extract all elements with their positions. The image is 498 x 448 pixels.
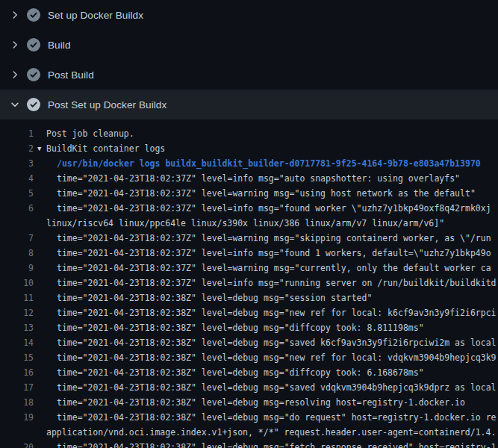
step-label: Post Build xyxy=(48,69,94,81)
line-number[interactable]: 5 xyxy=(0,186,34,201)
command-text: /usr/bin/docker logs buildx_buildkit_bui… xyxy=(57,156,481,171)
check-circle-icon xyxy=(27,8,40,22)
log-content: 1Post job cleanup.2▼BuildKit container l… xyxy=(0,119,498,448)
log-text: time="2021-04-23T18:02:37Z" level=info m… xyxy=(57,246,491,261)
line-number[interactable]: 12 xyxy=(0,305,34,320)
line-number[interactable] xyxy=(0,216,34,231)
log-line: 19time="2021-04-23T18:02:38Z" level=debu… xyxy=(0,410,498,425)
log-line: 5time="2021-04-23T18:02:37Z" level=warni… xyxy=(0,186,498,201)
log-line: 11time="2021-04-23T18:02:38Z" level=debu… xyxy=(0,290,498,305)
log-text: linux/riscv64 linux/ppc64le linux/s390x … xyxy=(46,216,444,231)
log-text: time="2021-04-23T18:02:37Z" level=info m… xyxy=(57,201,491,216)
line-number[interactable]: 20 xyxy=(0,440,34,448)
log-text: time="2021-04-23T18:02:38Z" level=debug … xyxy=(57,410,497,425)
line-number[interactable]: 16 xyxy=(0,365,34,380)
log-text: application/vnd.oci.image.index.v1+json,… xyxy=(46,425,496,440)
line-number[interactable]: 2 xyxy=(0,141,34,156)
line-number[interactable]: 15 xyxy=(0,350,34,365)
log-line: 8time="2021-04-23T18:02:37Z" level=info … xyxy=(0,246,498,261)
line-number[interactable]: 19 xyxy=(0,410,34,425)
chevron-right-icon[interactable] xyxy=(9,69,21,81)
actions-log-viewer: Set up Docker Buildx Build Post Build xyxy=(0,0,498,448)
check-circle-icon xyxy=(27,38,40,52)
step-label: Set up Docker Buildx xyxy=(48,10,143,21)
log-text: time="2021-04-23T18:02:38Z" level=debug … xyxy=(57,440,497,448)
check-circle-icon xyxy=(27,98,40,111)
group-expand-triangle-icon[interactable]: ▼ xyxy=(37,141,46,156)
line-number[interactable]: 17 xyxy=(0,380,34,395)
log-line: 1Post job cleanup. xyxy=(0,126,498,141)
log-text: time="2021-04-23T18:02:38Z" level=debug … xyxy=(57,395,465,410)
line-number[interactable]: 8 xyxy=(0,246,34,261)
line-number[interactable]: 1 xyxy=(0,126,34,141)
step-label: Post Set up Docker Buildx xyxy=(48,99,166,111)
log-line: 15time="2021-04-23T18:02:38Z" level=debu… xyxy=(0,350,498,365)
log-text: time="2021-04-23T18:02:38Z" level=debug … xyxy=(57,380,497,395)
line-number[interactable] xyxy=(0,425,34,440)
log-line: 10time="2021-04-23T18:02:37Z" level=info… xyxy=(0,276,498,290)
log-line: 16time="2021-04-23T18:02:38Z" level=debu… xyxy=(0,365,498,380)
log-text: time="2021-04-23T18:02:37Z" level=warnin… xyxy=(57,231,491,246)
log-line: 2▼BuildKit container logs xyxy=(0,141,498,156)
line-number[interactable]: 3 xyxy=(0,156,34,171)
line-number[interactable]: 7 xyxy=(0,231,34,246)
line-number[interactable]: 4 xyxy=(0,171,34,186)
log-line: 3/usr/bin/docker logs buildx_buildkit_bu… xyxy=(0,156,498,171)
check-circle-icon xyxy=(27,68,40,81)
line-number[interactable]: 10 xyxy=(0,276,34,290)
log-line: 17time="2021-04-23T18:02:38Z" level=debu… xyxy=(0,380,498,395)
log-line: linux/riscv64 linux/ppc64le linux/s390x … xyxy=(0,216,498,231)
line-number[interactable]: 11 xyxy=(0,290,34,305)
line-number[interactable]: 14 xyxy=(0,335,34,350)
log-line: 14time="2021-04-23T18:02:38Z" level=debu… xyxy=(0,335,498,350)
log-line: 4time="2021-04-23T18:02:37Z" level=info … xyxy=(0,171,498,186)
log-line: application/vnd.oci.image.index.v1+json,… xyxy=(0,425,498,440)
chevron-right-icon[interactable] xyxy=(9,39,21,51)
step-row-post-build[interactable]: Post Build xyxy=(0,60,498,90)
log-line: 6time="2021-04-23T18:02:37Z" level=info … xyxy=(0,201,498,216)
line-number[interactable]: 18 xyxy=(0,395,34,410)
log-line: 12time="2021-04-23T18:02:38Z" level=debu… xyxy=(0,305,498,320)
log-text: time="2021-04-23T18:02:37Z" level=info m… xyxy=(57,276,497,290)
log-text: time="2021-04-23T18:02:38Z" level=debug … xyxy=(57,305,497,320)
step-row-set-up-docker-buildx[interactable]: Set up Docker Buildx xyxy=(0,0,498,30)
log-text: time="2021-04-23T18:02:38Z" level=debug … xyxy=(57,320,424,335)
log-text: time="2021-04-23T18:02:37Z" level=warnin… xyxy=(57,186,476,201)
line-number[interactable]: 6 xyxy=(0,201,34,216)
step-row-post-set-up-docker-buildx[interactable]: Post Set up Docker Buildx xyxy=(0,90,498,119)
log-text: time="2021-04-23T18:02:38Z" level=debug … xyxy=(57,335,497,350)
step-row-build[interactable]: Build xyxy=(0,30,498,60)
log-line: 18time="2021-04-23T18:02:38Z" level=debu… xyxy=(0,395,498,410)
log-text: time="2021-04-23T18:02:38Z" level=debug … xyxy=(57,350,497,365)
log-group-header: ▼BuildKit container logs xyxy=(37,141,165,156)
step-list: Set up Docker Buildx Build Post Build xyxy=(0,0,498,119)
log-line: 7time="2021-04-23T18:02:37Z" level=warni… xyxy=(0,231,498,246)
log-group-label: BuildKit container logs xyxy=(46,143,165,154)
log-text: time="2021-04-23T18:02:38Z" level=debug … xyxy=(57,290,372,305)
line-number[interactable]: 9 xyxy=(0,261,34,276)
chevron-right-icon[interactable] xyxy=(9,9,21,21)
log-line: 9time="2021-04-23T18:02:37Z" level=warni… xyxy=(0,261,498,276)
log-text: time="2021-04-23T18:02:38Z" level=debug … xyxy=(57,365,424,380)
log-text: time="2021-04-23T18:02:37Z" level=warnin… xyxy=(57,261,491,276)
chevron-down-icon[interactable] xyxy=(9,99,21,111)
line-number[interactable]: 13 xyxy=(0,320,34,335)
log-text: time="2021-04-23T18:02:37Z" level=info m… xyxy=(57,171,460,186)
step-label: Build xyxy=(48,40,71,51)
log-line: 20time="2021-04-23T18:02:38Z" level=debu… xyxy=(0,440,498,448)
log-text: Post job cleanup. xyxy=(46,126,134,141)
log-line: 13time="2021-04-23T18:02:38Z" level=debu… xyxy=(0,320,498,335)
